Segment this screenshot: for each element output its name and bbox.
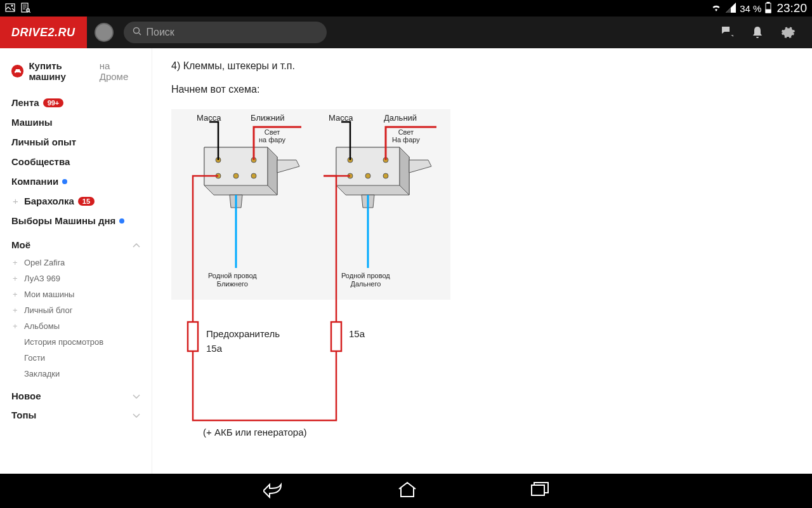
sidebar-item-luaz[interactable]: +ЛуАЗ 969 bbox=[0, 271, 152, 286]
plus-icon: + bbox=[13, 274, 24, 283]
android-status-bar: 34 % 23:20 bbox=[0, 0, 812, 17]
plus-icon: + bbox=[13, 321, 24, 331]
sidebar-item-cars[interactable]: Машины bbox=[0, 112, 152, 132]
list-item-4: 4) Клеммы, штекеры и т.п. bbox=[171, 60, 793, 73]
gear-icon[interactable] bbox=[782, 25, 796, 39]
app-header: DRIVE2.RU Поиск bbox=[0, 17, 812, 48]
label-mass2: Масса bbox=[329, 113, 353, 123]
sidebar-item-communities[interactable]: Сообщества bbox=[0, 152, 152, 171]
sidebar-section-tops[interactable]: Топы bbox=[0, 406, 152, 425]
recent-button[interactable] bbox=[531, 482, 549, 500]
sidebar-item-guests[interactable]: Гости bbox=[0, 350, 152, 366]
battery-icon bbox=[765, 2, 771, 15]
search-input[interactable]: Поиск bbox=[124, 22, 327, 43]
label-far: Дальний bbox=[384, 113, 417, 123]
sidebar-buy-car[interactable]: Купить машину на Дроме bbox=[0, 56, 152, 86]
blue-dot-icon bbox=[62, 179, 67, 184]
label-source: (+ АКБ или генератора) bbox=[203, 427, 307, 438]
back-button[interactable] bbox=[263, 481, 284, 501]
plus-icon: + bbox=[13, 196, 24, 206]
app-logo[interactable]: DRIVE2.RU bbox=[0, 17, 87, 48]
svg-point-7 bbox=[133, 28, 139, 34]
image-icon bbox=[5, 3, 15, 15]
label-15a-1: 15а bbox=[206, 343, 222, 354]
svg-rect-19 bbox=[188, 322, 198, 351]
svg-rect-21 bbox=[532, 485, 544, 495]
sidebar-section-new[interactable]: Новое bbox=[0, 382, 152, 406]
sidebar-item-lenta[interactable]: Лента 99+ bbox=[0, 93, 152, 112]
chevron-down-icon bbox=[133, 410, 140, 420]
label-light2: СветНа фару bbox=[392, 128, 420, 144]
plus-icon: + bbox=[13, 258, 24, 267]
sidebar-item-flea[interactable]: + Барахолка 15 bbox=[0, 191, 152, 211]
sidebar-item-albums[interactable]: +Альбомы bbox=[0, 318, 152, 334]
car-badge-icon bbox=[11, 65, 23, 77]
sidebar-item-mycars[interactable]: +Мои машины bbox=[0, 286, 152, 302]
svg-point-18 bbox=[365, 173, 370, 178]
label-light1: Светна фару bbox=[259, 128, 285, 144]
label-15a-2: 15а bbox=[349, 328, 365, 339]
svg-point-13 bbox=[233, 173, 239, 178]
article-content[interactable]: 4) Клеммы, штекеры и т.п. Начнем вот схе… bbox=[152, 48, 812, 474]
sidebar-section-moe[interactable]: Моё bbox=[0, 231, 152, 255]
svg-rect-0 bbox=[6, 4, 15, 11]
blue-dot-icon bbox=[119, 218, 124, 224]
sidebar-item-bookmarks[interactable]: Закладки bbox=[0, 366, 152, 382]
user-avatar[interactable] bbox=[95, 23, 114, 42]
battery-pct: 34 % bbox=[740, 3, 761, 14]
sidebar-item-experience[interactable]: Личный опыт bbox=[0, 132, 152, 152]
clock: 23:20 bbox=[776, 1, 807, 15]
plus-icon: + bbox=[13, 305, 24, 315]
intro-text: Начнем вот схема: bbox=[171, 83, 793, 97]
label-native-near: Родной проводБлижнего bbox=[208, 272, 257, 288]
sidebar-item-blog[interactable]: +Личный блог bbox=[0, 302, 152, 318]
svg-point-1 bbox=[11, 5, 13, 6]
label-mass1: Масса bbox=[197, 113, 221, 123]
badge: 15 bbox=[78, 197, 95, 206]
sidebar-item-opel[interactable]: +Opel Zafira bbox=[0, 255, 152, 271]
label-near: Ближний bbox=[251, 113, 285, 123]
sidebar-item-history[interactable]: История просмотров bbox=[0, 334, 152, 350]
sidebar-item-companies[interactable]: Компании bbox=[0, 171, 152, 191]
search-placeholder: Поиск bbox=[147, 27, 174, 38]
wiring-diagram: Масса Масса Ближний Дальний Светна фару … bbox=[171, 109, 463, 465]
signal-icon bbox=[726, 3, 736, 15]
badge: 99+ bbox=[43, 98, 64, 107]
sidebar: Купить машину на Дроме Лента 99+ Машины … bbox=[0, 48, 152, 474]
bell-icon[interactable] bbox=[751, 25, 765, 39]
chevron-down-icon bbox=[133, 391, 140, 401]
search-icon bbox=[133, 27, 141, 38]
label-native-far: Родной проводДальнего bbox=[341, 272, 390, 288]
home-button[interactable] bbox=[398, 481, 417, 500]
svg-rect-20 bbox=[331, 322, 341, 351]
chat-icon[interactable] bbox=[721, 25, 735, 39]
document-icon bbox=[20, 3, 30, 15]
label-fuse: Предохранитель bbox=[206, 328, 280, 339]
svg-rect-5 bbox=[767, 2, 769, 3]
android-navbar bbox=[0, 474, 812, 508]
sidebar-item-votes[interactable]: Выборы Машины дня bbox=[0, 211, 152, 231]
plus-icon: + bbox=[13, 290, 24, 299]
wifi-icon bbox=[710, 3, 722, 15]
svg-rect-6 bbox=[766, 10, 771, 13]
svg-rect-2 bbox=[22, 3, 28, 12]
svg-point-17 bbox=[383, 173, 388, 178]
chevron-up-icon bbox=[133, 239, 140, 250]
svg-point-12 bbox=[251, 173, 256, 178]
